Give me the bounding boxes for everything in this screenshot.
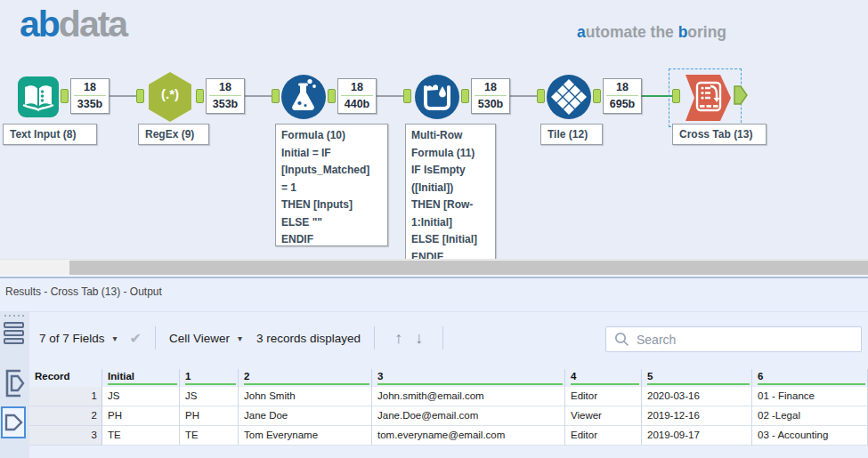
input-anchor[interactable]	[272, 89, 280, 103]
field-list-icon[interactable]	[4, 322, 24, 346]
column-header[interactable]: 6	[752, 369, 868, 387]
tool-label-cross-tab[interactable]: Cross Tab (13)	[672, 124, 767, 145]
column-header[interactable]: Initial	[102, 369, 180, 387]
table-cell-record[interactable]: 1	[29, 387, 102, 406]
tool-output-anchor[interactable]	[734, 85, 748, 105]
tool-multi-row-formula[interactable]	[415, 75, 459, 123]
fields-dropdown[interactable]: 7 of 7 Fields	[39, 332, 105, 345]
table-cell[interactable]: John Smith	[239, 387, 372, 406]
connection-annotation[interactable]: 18 440b	[337, 78, 377, 114]
tool-label-text-input[interactable]: Text Input (8)	[3, 124, 97, 145]
search-box[interactable]	[605, 326, 862, 352]
table-cell-record[interactable]: 2	[29, 406, 102, 426]
arrow-down-icon[interactable]: ↓	[415, 329, 423, 348]
column-header-record[interactable]: Record	[29, 369, 102, 387]
connector-line[interactable]	[377, 95, 404, 97]
tool-tile[interactable]	[547, 75, 591, 123]
output-anchor[interactable]	[461, 89, 469, 103]
connection-annotation[interactable]: 18 335b	[70, 78, 110, 114]
tool-label-multi-row-formula[interactable]: Multi-Row Formula (11) IF IsEmpty ([Init…	[405, 124, 496, 259]
tool-formula[interactable]	[281, 75, 326, 123]
tile-icon	[547, 75, 591, 119]
scrollbar-thumb[interactable]	[69, 261, 868, 275]
table-cell[interactable]: 03 - Accounting	[752, 426, 868, 446]
connection-annotation[interactable]: 18 530b	[471, 78, 510, 114]
output-connection-icon	[3, 408, 24, 437]
table-cell[interactable]: tom.everyname@email.com	[372, 426, 565, 446]
table-cell[interactable]: TE	[102, 426, 180, 446]
tool-label-formula[interactable]: Formula (10) Initial = IF [Inputs_Matche…	[275, 124, 388, 246]
annotation-line: THEN [Row-	[411, 197, 495, 214]
input-anchor[interactable]	[136, 89, 144, 103]
output-anchor[interactable]	[328, 89, 336, 103]
search-icon	[614, 332, 629, 347]
connector-line[interactable]	[110, 95, 137, 97]
table-cell[interactable]: Jane Doe	[239, 406, 372, 426]
chevron-down-icon[interactable]: ▾	[238, 333, 242, 343]
table-cell[interactable]: Viewer	[565, 406, 642, 426]
results-table: Record Initial 1 2 3 4 5 6 1 JS JS John …	[29, 369, 868, 446]
table-cell[interactable]: 02 -Legal	[752, 406, 868, 426]
table-cell[interactable]: Editor	[565, 387, 642, 406]
canvas-horizontal-scrollbar[interactable]	[0, 259, 868, 275]
output-anchor[interactable]	[593, 89, 601, 103]
table-cell[interactable]: Jane.Doe@email.com	[372, 406, 565, 426]
connection-annotation[interactable]: 18 695b	[603, 78, 642, 114]
table-cell[interactable]: 2020-03-16	[642, 387, 752, 406]
search-input[interactable]	[637, 333, 861, 347]
output-anchor[interactable]	[61, 89, 69, 103]
column-header[interactable]: 2	[239, 369, 372, 387]
connector-line[interactable]	[245, 95, 272, 97]
header-underline	[244, 383, 369, 385]
tool-cross-tab[interactable]	[684, 73, 734, 126]
connector-line[interactable]	[510, 95, 538, 97]
input-anchor[interactable]	[403, 89, 411, 103]
tool-label-tile[interactable]: Tile (12)	[540, 124, 603, 145]
annotation-line: Initial = IF	[281, 145, 387, 163]
input-connection-icon[interactable]	[2, 367, 27, 399]
table-cell[interactable]: PH	[102, 406, 180, 426]
table-cell[interactable]: 2019-12-16	[642, 406, 752, 426]
input-anchor[interactable]	[537, 89, 545, 103]
table-cell[interactable]: John.smith@email.com	[372, 387, 565, 406]
annotation-line: [Inputs_Matched]	[281, 162, 387, 180]
table-cell[interactable]: 2019-09-17	[642, 426, 752, 446]
table-cell[interactable]: Editor	[565, 426, 642, 446]
table-cell-record[interactable]: 3	[29, 426, 102, 446]
tool-label-title: Formula (11)	[411, 145, 495, 163]
cross-tab-icon	[684, 73, 734, 123]
tool-text-input[interactable]	[18, 76, 59, 121]
table-cell[interactable]: 01 - Finance	[752, 387, 868, 406]
connection-annotation[interactable]: 18 353b	[206, 78, 245, 114]
column-header[interactable]: 5	[642, 369, 752, 387]
tool-regex[interactable]: (.*)	[146, 71, 194, 123]
tagline-part: a	[577, 22, 586, 41]
apply-check-icon[interactable]: ✔	[130, 330, 142, 347]
toolbar-divider	[0, 311, 868, 312]
tool-label-title: Multi-Row	[411, 127, 495, 145]
regex-icon-text: (.*)	[146, 86, 194, 101]
drag-handle-icon[interactable]	[4, 315, 24, 317]
results-panel: Results - Cross Tab (13) - Output 7 of 7…	[0, 278, 868, 458]
tagline-part: b	[678, 22, 688, 41]
logo-text-secondary: data	[59, 4, 126, 44]
column-header[interactable]: 1	[180, 369, 239, 387]
tool-label-title: Formula (10)	[281, 127, 387, 145]
cell-viewer-dropdown[interactable]: Cell Viewer	[169, 332, 230, 345]
output-anchor[interactable]	[196, 89, 204, 103]
output-connection-button-selected[interactable]	[1, 406, 26, 438]
header-underline	[647, 383, 750, 385]
input-anchor[interactable]	[672, 89, 680, 103]
table-cell[interactable]: Tom Everyname	[239, 426, 372, 446]
table-cell[interactable]: JS	[180, 387, 239, 406]
table-cell[interactable]: JS	[102, 387, 180, 406]
table-cell[interactable]: TE	[180, 426, 239, 446]
table-cell[interactable]: PH	[180, 406, 239, 426]
tool-label-regex[interactable]: RegEx (9)	[138, 124, 209, 145]
chevron-down-icon[interactable]: ▾	[113, 333, 118, 343]
column-header[interactable]: 3	[372, 369, 565, 387]
annotation-line: IF IsEmpty	[411, 162, 495, 180]
arrow-up-icon[interactable]: ↑	[394, 329, 402, 348]
header-underline	[185, 383, 236, 385]
column-header[interactable]: 4	[565, 369, 642, 387]
